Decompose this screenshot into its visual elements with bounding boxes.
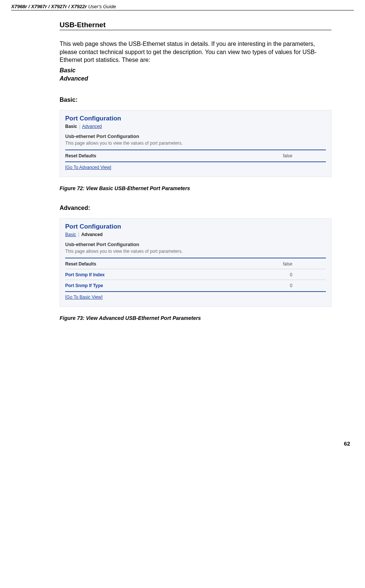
row-value: false xyxy=(283,153,326,158)
table-row: Reset Defaults false xyxy=(65,260,326,268)
tab-separator: | xyxy=(77,232,80,237)
advanced-desc: This page allows you to view the values … xyxy=(65,249,326,254)
tab-advanced-active: Advanced xyxy=(81,232,102,237)
panel-title: Port Configuration xyxy=(65,223,326,230)
divider xyxy=(65,269,326,269)
table-row: Reset Defaults false xyxy=(65,152,326,160)
row-value: 0 xyxy=(290,272,326,277)
figure-72-caption: Figure 72: View Basic USB-Ethernet Port … xyxy=(60,185,331,191)
advanced-tabs: Basic | Advanced xyxy=(65,232,326,237)
type-advanced: Advanced xyxy=(60,75,331,83)
row-label: Reset Defaults xyxy=(65,261,96,267)
doc-models: X7968r / X7967r / X7927r / X7922r xyxy=(11,4,87,9)
advanced-panel: Port Configuration Basic | Advanced Usb-… xyxy=(60,218,331,307)
row-value: 0 xyxy=(290,283,326,288)
header-rule xyxy=(11,10,354,10)
doc-header: X7968r / X7967r / X7927r / X7922r User's… xyxy=(11,4,354,10)
row-label: Port Snmp If Type xyxy=(65,283,103,288)
figure-73-caption: Figure 73: View Advanced USB-Ethernet Po… xyxy=(60,315,331,321)
type-basic: Basic xyxy=(60,66,331,75)
row-label: Reset Defaults xyxy=(65,153,96,158)
row-value: false xyxy=(283,261,326,267)
doc-header-suffix: User's Guide xyxy=(87,4,116,9)
row-label: Port Snmp If Index xyxy=(65,272,105,277)
divider xyxy=(65,161,326,162)
goto-advanced-link[interactable]: [Go To Advanced View] xyxy=(65,165,111,170)
basic-tabs: Basic | Advanced xyxy=(65,124,326,129)
divider xyxy=(65,258,326,258)
divider xyxy=(65,150,326,150)
page-content: USB-Ethernet This web page shows the USB… xyxy=(11,21,354,321)
tab-separator: | xyxy=(78,124,81,129)
tab-basic-link[interactable]: Basic xyxy=(65,232,76,237)
intro-text: This web page shows the USB-Ethernet sta… xyxy=(60,40,331,64)
goto-basic-link[interactable]: [Go To Basic View] xyxy=(65,295,102,300)
page-number: 62 xyxy=(11,440,354,447)
advanced-heading: Advanced: xyxy=(60,205,331,211)
table-row: Port Snmp If Type 0 xyxy=(65,282,326,290)
basic-desc: This page allows you to view the values … xyxy=(65,141,326,146)
divider xyxy=(65,280,326,280)
basic-panel: Port Configuration Basic | Advanced Usb-… xyxy=(60,110,331,177)
goto-advanced: [Go To Advanced View] xyxy=(65,164,326,170)
section-title: USB-Ethernet xyxy=(60,21,331,30)
tab-advanced-link[interactable]: Advanced xyxy=(82,124,102,129)
basic-heading: Basic: xyxy=(60,97,331,103)
table-row: Port Snmp If Index 0 xyxy=(65,271,326,279)
goto-basic: [Go To Basic View] xyxy=(65,294,326,300)
basic-subtitle: Usb-ethernet Port Configuration xyxy=(65,133,326,139)
panel-title: Port Configuration xyxy=(65,115,326,122)
tab-basic-active: Basic xyxy=(65,124,77,129)
divider xyxy=(65,291,326,292)
advanced-subtitle: Usb-ethernet Port Configuration xyxy=(65,242,326,247)
